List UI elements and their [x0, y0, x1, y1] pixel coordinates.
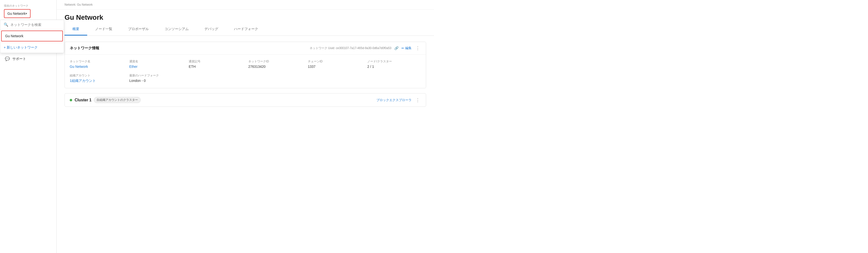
selected-network-label: Gu Network	[7, 11, 26, 16]
tab-nodes[interactable]: ノード一覧	[87, 23, 120, 35]
more-options-button[interactable]: ⋮	[414, 46, 421, 51]
currency-symbol-item: 通貨記号 ETH	[189, 59, 242, 68]
edit-button[interactable]: ✏ 編集	[402, 46, 411, 50]
network-name-value[interactable]: Gu Network	[70, 65, 123, 68]
new-network-button[interactable]: + 新しいネットワーク	[0, 43, 64, 53]
currency-name-value: Ether	[129, 65, 183, 68]
network-selector-button[interactable]: Gu Network ▾	[4, 9, 31, 18]
network-info-header-right: ネットワーク Uuid: ce300107-7a17-465d-9a30-0d6…	[310, 46, 421, 51]
dropdown-item-gu-network[interactable]: Gu Network	[1, 31, 63, 41]
org-account-label: 組織アカウント	[70, 74, 123, 78]
tab-proposals[interactable]: プロポーザル	[120, 23, 157, 35]
tab-bar: 概要 ノード一覧 プロポーザル コンソーシアム デバッグ ハードフォーク	[57, 23, 434, 36]
org-account-value[interactable]: 1組織アカウント	[70, 79, 123, 83]
cluster-header-left: Cluster 1 自組織アカウントのクラスター	[70, 97, 141, 103]
chain-id-label: チェーンID	[308, 59, 362, 64]
copy-link-icon[interactable]: 🔗	[394, 46, 399, 50]
latest-hardfork-label: 最新のハードフォーク	[129, 74, 183, 78]
sidebar-support-label: サポート	[12, 57, 26, 61]
sidebar: 現在のネットワーク Gu Network ▾ 🔍 Gu Network + 新し…	[0, 0, 57, 118]
content-area: ネットワーク情報 ネットワーク Uuid: ce300107-7a17-465d…	[57, 36, 434, 118]
chat-icon: 💬	[5, 56, 10, 61]
network-id-value: 276313420	[248, 65, 302, 68]
network-info-title: ネットワーク情報	[70, 46, 99, 51]
tab-consortium[interactable]: コンソーシアム	[157, 23, 196, 35]
cluster-header-right: ブロックエクスプローラ ⋮	[376, 97, 421, 103]
network-name-label: ネットワーク名	[70, 59, 123, 64]
node-cluster-value: 2 / 1	[367, 65, 421, 68]
network-search-input[interactable]	[10, 23, 60, 27]
network-info-body: ネットワーク名 Gu Network 通貨名 Ether 通貨記号 ETH ネッ…	[65, 55, 426, 88]
currency-name-label: 通貨名	[129, 59, 183, 64]
network-id-label: ネットワークID	[248, 59, 302, 64]
cluster-badge: 自組織アカウントのクラスター	[94, 97, 141, 103]
page-title-area: Gu Network	[57, 10, 434, 22]
latest-hardfork-value: London - 0	[129, 79, 183, 83]
org-account-item: 組織アカウント 1組織アカウント	[70, 74, 123, 83]
node-cluster-item: ノード/クラスター 2 / 1	[367, 59, 421, 68]
chain-id-item: チェーンID 1337	[308, 59, 362, 68]
network-name-item: ネットワーク名 Gu Network	[70, 59, 123, 68]
node-cluster-label: ノード/クラスター	[367, 59, 421, 64]
tab-hardfork[interactable]: ハードフォーク	[226, 23, 266, 35]
cluster-more-options-button[interactable]: ⋮	[414, 97, 421, 103]
chain-id-value: 1337	[308, 65, 362, 68]
network-info-card: ネットワーク情報 ネットワーク Uuid: ce300107-7a17-465d…	[65, 42, 426, 88]
cluster-status-dot	[70, 99, 72, 101]
tab-debug[interactable]: デバッグ	[196, 23, 226, 35]
network-id-item: ネットワークID 276313420	[248, 59, 302, 68]
currency-symbol-label: 通貨記号	[189, 59, 242, 64]
main-content: Network: Gu Network Gu Network 概要 ノード一覧 …	[57, 0, 434, 118]
network-dropdown: 🔍 Gu Network + 新しいネットワーク	[0, 20, 64, 53]
chevron-down-icon: ▾	[26, 12, 27, 15]
network-info-grid: ネットワーク名 Gu Network 通貨名 Ether 通貨記号 ETH ネッ…	[70, 59, 421, 83]
tab-overview[interactable]: 概要	[65, 23, 87, 35]
search-icon: 🔍	[4, 23, 8, 27]
network-label: 現在のネットワーク	[0, 0, 56, 9]
edit-pencil-icon: ✏	[402, 46, 404, 50]
breadcrumb: Network: Gu Network	[57, 0, 434, 10]
sidebar-item-support[interactable]: 💬 サポート	[0, 54, 56, 64]
uuid-text: ネットワーク Uuid: ce300107-7a17-465d-9a30-0d6…	[310, 46, 392, 50]
cluster-header: Cluster 1 自組織アカウントのクラスター ブロックエクスプローラ ⋮	[65, 93, 426, 107]
page-title: Gu Network	[65, 13, 426, 22]
currency-symbol-value: ETH	[189, 65, 242, 68]
cluster-card: Cluster 1 自組織アカウントのクラスター ブロックエクスプローラ ⋮	[65, 93, 426, 107]
cluster-name: Cluster 1	[74, 98, 91, 102]
edit-label: 編集	[405, 46, 411, 50]
latest-hardfork-item: 最新のハードフォーク London - 0	[129, 74, 183, 83]
currency-name-item: 通貨名 Ether	[129, 59, 183, 68]
network-info-header: ネットワーク情報 ネットワーク Uuid: ce300107-7a17-465d…	[65, 42, 426, 55]
block-explorer-link[interactable]: ブロックエクスプローラ	[376, 98, 411, 102]
dropdown-search-area: 🔍	[0, 20, 64, 30]
